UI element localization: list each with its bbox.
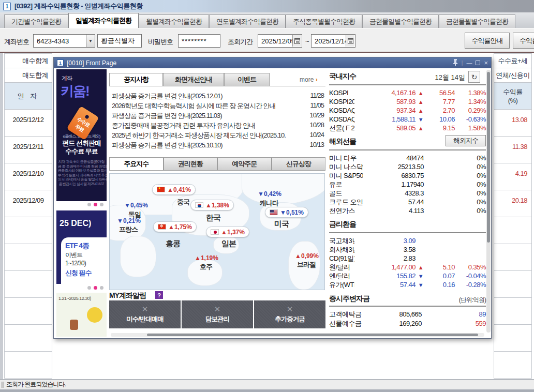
combo-arrow-icon[interactable]: ▼ bbox=[86, 35, 95, 47]
overseas-futures-title: 해외선물 bbox=[329, 137, 356, 146]
notice-item[interactable]: 2026학년도 대학수학능력시험 실시에 따른 장 운영시간 안내11/05 bbox=[112, 101, 324, 111]
date-to-input[interactable]: 2025/12/14 bbox=[311, 34, 355, 48]
date-from-value: 2025/12/09 bbox=[261, 37, 295, 45]
dot-active[interactable] bbox=[94, 203, 97, 206]
popup-vertical-scrollbar[interactable] bbox=[486, 70, 491, 333]
tab-rights-status[interactable]: 권리현황 bbox=[164, 157, 218, 171]
password-label: 비밀번호 bbox=[148, 37, 173, 47]
notice-item[interactable]: 파생상품 증거금률 변경 안내(2025.10.10)10/13 bbox=[112, 141, 324, 150]
dot[interactable] bbox=[87, 203, 91, 206]
popup-title: [0010] Front Page bbox=[67, 59, 116, 67]
date-from-input[interactable]: 2025/12/09 bbox=[258, 34, 302, 48]
domestic-index-row: KOSPI200587.93▲7.771.34% bbox=[329, 97, 486, 106]
status-bar: 조회가 완료되었습니다. bbox=[0, 379, 534, 389]
notice-item[interactable]: 파생상품 증거금률 변경 안내(2025.12.01)11/28 bbox=[112, 92, 324, 101]
return-pct-column-header: 수익률 (%) bbox=[494, 82, 532, 110]
overseas-index-button[interactable]: 해외지수 bbox=[446, 135, 486, 146]
additional-margin-button[interactable]: ✕추가증거금 bbox=[254, 300, 325, 328]
tab-new-listing[interactable]: 신규상장 bbox=[272, 157, 326, 171]
country-label-brazil: 브라질 bbox=[297, 260, 316, 269]
dot[interactable] bbox=[100, 203, 103, 206]
dot[interactable] bbox=[87, 286, 91, 290]
return-value-cell: 13.08 bbox=[494, 109, 532, 137]
dot[interactable] bbox=[100, 286, 103, 290]
notice-item[interactable]: 파생상품 증거금률 변경 안내(2025.11.03)10/29 bbox=[112, 111, 324, 121]
index-bubble-china: ▲0,41% bbox=[152, 184, 196, 195]
minimize-icon[interactable]: — bbox=[466, 60, 472, 66]
tab-reserved-order[interactable]: 예약주문 bbox=[217, 157, 272, 171]
date-cell: 2025/12/11 bbox=[4, 136, 52, 163]
country-label-korea: 한국 bbox=[206, 213, 220, 223]
index-tab-underline bbox=[109, 170, 325, 171]
tab-gold-daily-return[interactable]: 금현물일별수익률현황 bbox=[362, 14, 439, 28]
section-divider bbox=[329, 84, 486, 85]
query-toolbar: 계좌번호 6423-4343 ▼ 황금식별자 비밀번호 ******** 조회기… bbox=[0, 28, 534, 53]
index-bubble-hongkong: ▲1,75% bbox=[153, 221, 197, 232]
tab-daily-account-return[interactable]: 일별계좌수익률현황 bbox=[68, 13, 139, 28]
screen-tabstrip: 기간별수익률현황 일별계좌수익률현황 월별계좌수익률현황 연도별계좌수익률현황 … bbox=[0, 12, 534, 28]
account-number-label: 계좌번호 bbox=[4, 37, 29, 47]
overseas-row: 미니 다우484740% bbox=[329, 154, 486, 162]
index-value-canada: ▼0,42% bbox=[258, 190, 281, 198]
pin-icon[interactable] bbox=[453, 59, 458, 67]
tab-yearly-account-return[interactable]: 연도별계좌수익률현황 bbox=[209, 14, 286, 28]
credit-interest-column-header: 연체/신용이 bbox=[494, 68, 532, 83]
ad2-card-line1: ETF 4종 bbox=[65, 242, 107, 251]
section-divider bbox=[329, 306, 486, 307]
section-divider bbox=[329, 232, 486, 233]
notice-item[interactable]: 종가집중매매 불공정거래 관련 투자자 유의사항 안내10/28 bbox=[112, 121, 324, 131]
popup-horizontal-scrollbar[interactable] bbox=[111, 333, 484, 337]
close-icon[interactable]: × bbox=[484, 59, 488, 66]
account-name-value: 황금식별자 bbox=[101, 36, 135, 46]
return-guide-button[interactable]: 수익률안내 bbox=[465, 33, 510, 49]
return-value-cell: 20.18 bbox=[494, 190, 532, 217]
tab-major-index[interactable]: 주요지수 bbox=[109, 157, 164, 171]
rate-row: CD(91일)2.83 bbox=[329, 254, 486, 263]
status-message: 조회가 완료되었습니다. bbox=[6, 380, 66, 389]
tab-monthly-account-return[interactable]: 월별계좌수익률현황 bbox=[139, 14, 209, 28]
window-titlebar: 1 [0392] 계좌수익률현황 - 일별계좌수익률현황 bbox=[0, 0, 534, 12]
h-scrollbar-thumb[interactable] bbox=[147, 334, 478, 336]
tab-stock-monthly-return[interactable]: 주식종목별월수익현황 bbox=[286, 14, 362, 28]
tab-notice[interactable]: 공지사항 bbox=[109, 73, 163, 86]
calendar-to-icon[interactable] bbox=[346, 35, 354, 47]
overseas-row: 유로1.179400% bbox=[329, 180, 486, 189]
return-extra-button[interactable]: 수익률 bbox=[513, 33, 534, 49]
ad-banner-event-period[interactable]: 1.21~2025.12.30) bbox=[56, 293, 107, 337]
maximize-icon[interactable] bbox=[476, 61, 480, 65]
refresh-icon[interactable]: ↻ bbox=[468, 71, 480, 83]
domestic-index-title: 국내지수 bbox=[329, 72, 356, 81]
overseas-row: 골드4328.30% bbox=[329, 189, 486, 198]
overseas-row: 미니 나스닥25213.500% bbox=[329, 162, 486, 171]
index-bubble-usa: ▼0,51% bbox=[265, 207, 308, 218]
ad-banner-etf-event[interactable]: 25 DEC) ETF 4종 이벤트 1~12/30) 신청 필수 bbox=[56, 210, 107, 284]
dot-active[interactable] bbox=[94, 286, 97, 290]
country-label-usa: 미국 bbox=[274, 219, 289, 229]
index-value-germany: ▼0,45% bbox=[124, 202, 148, 209]
v-scrollbar-thumb[interactable] bbox=[487, 72, 490, 243]
date-cell-empty bbox=[4, 324, 52, 352]
tab-gold-monthly-return[interactable]: 금현물월별수익률현황 bbox=[439, 14, 515, 28]
password-input[interactable]: ******** bbox=[178, 34, 220, 48]
help-icon[interactable]: ? bbox=[155, 291, 163, 299]
tab-screen-improvement[interactable]: 화면개선안내 bbox=[163, 73, 224, 86]
ad-banner-fund-fee[interactable]: 계좌 키움! 수수료 무료 e클래스, 일부펀드 제외) 펀드 선취판매 수수료… bbox=[56, 69, 107, 201]
return-value-cell: 11.38 bbox=[494, 136, 532, 163]
return-pct-header-line1: 수익률 bbox=[503, 87, 523, 97]
calendar-from-icon[interactable] bbox=[292, 35, 301, 47]
notice-more-link[interactable]: more › bbox=[300, 76, 318, 83]
tab-event[interactable]: 이벤트 bbox=[224, 73, 270, 86]
date-to-value: 2025/12/14 bbox=[315, 37, 348, 45]
tab-period-return[interactable]: 기간별수익률현황 bbox=[4, 14, 68, 28]
world-map: ▲0,41% 중국 ▲1,38% 한국 ▼0,42% 캐나다 ▼0,51% 미국… bbox=[109, 173, 325, 290]
account-number-select[interactable]: 6423-4343 ▼ bbox=[33, 34, 95, 48]
ad1-bold2: 수수료 무료 bbox=[56, 147, 107, 156]
popup-titlebar[interactable]: 1 [0010] Front Page | — × bbox=[54, 57, 491, 68]
notice-item[interactable]: 2025년 하반기 한국거래소 파생상품시장 제도개선 안내(2025.10.1… bbox=[112, 131, 324, 141]
x-icon: ✕ bbox=[142, 305, 149, 313]
unpaid-counter-trade-button[interactable]: ✕미수/반대매매 bbox=[109, 300, 181, 328]
flag-japan-icon bbox=[211, 229, 219, 235]
carousel-dots bbox=[56, 203, 107, 206]
collateral-management-button[interactable]: ✕담보관리 bbox=[182, 300, 253, 328]
ad2-card: ETF 4종 이벤트 1~12/30) 신청 필수 bbox=[61, 237, 107, 284]
